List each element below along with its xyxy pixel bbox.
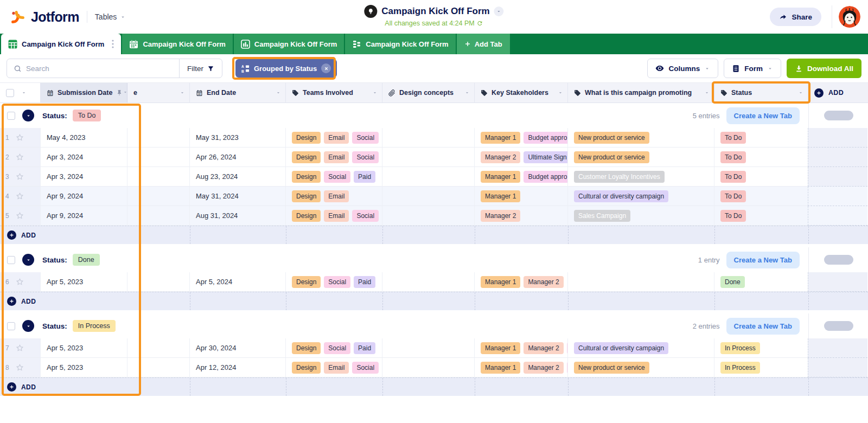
badge-social[interactable]: Social [352,362,379,374]
status-cell[interactable]: In Process [714,338,808,358]
user-avatar[interactable] [839,6,860,28]
badge-cultural-or-diversity-campaign[interactable]: Cultural or diversity campaign [574,342,668,354]
end-date-cell[interactable]: May 31, 2024 [190,187,286,206]
tab-campaign-kick-off-form[interactable]: Campaign Kick Off Form [122,34,232,54]
teams-involved-cell[interactable]: DesignSocialPaid [286,272,382,292]
table-row-1[interactable]: 1May 4, 2023May 31, 2023DesignEmailSocia… [0,128,868,148]
column-header-e[interactable]: e [127,83,190,103]
title-chevron-icon[interactable] [494,7,504,16]
tab-campaign-kick-off-form-active[interactable]: Campaign Kick Off Form [1,34,121,54]
add-entry-button[interactable]: ADD [0,292,190,310]
star-icon[interactable] [16,278,24,286]
badge-design[interactable]: Design [292,132,321,144]
form-button[interactable]: Form [724,59,781,78]
status-cell[interactable]: To Do [714,206,808,226]
design-concepts-cell[interactable] [382,358,475,377]
badge-manager-1[interactable]: Manager 1 [481,190,520,202]
star-icon[interactable] [16,211,24,220]
create-new-tab-button[interactable]: Create a New Tab [726,107,800,124]
end-date-cell[interactable]: Aug 23, 2024 [190,167,286,187]
column-header-design-concepts[interactable]: Design concepts [382,83,475,103]
badge-paid[interactable]: Paid [354,342,375,354]
star-icon[interactable] [16,133,24,142]
submission-date-cell[interactable]: Apr 9, 2024 [41,187,127,206]
promoting-cell[interactable]: Cultural or diversity campaign [568,187,714,206]
badge-manager-1[interactable]: Manager 1 [481,362,520,374]
badge-social[interactable]: Social [352,210,379,222]
design-concepts-cell[interactable] [382,338,475,358]
badge-design[interactable]: Design [292,171,321,183]
badge-manager-1[interactable]: Manager 1 [481,171,520,183]
column-header-status[interactable]: Status [714,83,808,103]
badge-new-product-or-service[interactable]: New product or service [574,132,649,144]
key-stakeholders-cell[interactable]: Manager 1Manager 2 [475,338,568,358]
tab-campaign-kick-off-form[interactable]: Campaign Kick Off Form [345,34,455,54]
teams-involved-cell[interactable]: DesignEmailSocial [286,358,382,377]
end-date-cell[interactable]: Apr 12, 2024 [190,358,286,377]
promoting-cell[interactable] [568,272,714,292]
group-checkbox[interactable] [7,112,15,120]
submission-date-cell[interactable]: Apr 5, 2023 [41,358,127,377]
truncated-column-cell[interactable] [127,358,190,377]
badge-social[interactable]: Social [324,342,350,354]
badge-design[interactable]: Design [292,342,321,354]
badge-email[interactable]: Email [324,362,349,374]
badge-email[interactable]: Email [324,210,349,222]
add-tab-button[interactable]: Add Tab [457,34,510,54]
badge-paid[interactable]: Paid [354,171,375,183]
chevron-down-icon[interactable] [180,90,185,95]
status-cell[interactable]: To Do [714,167,808,187]
design-concepts-cell[interactable] [382,206,475,226]
submission-date-cell[interactable]: May 4, 2023 [41,128,127,148]
badge-design[interactable]: Design [292,276,321,288]
chevron-down-icon[interactable] [798,90,803,95]
star-icon[interactable] [16,172,24,181]
badge-manager-1[interactable]: Manager 1 [481,342,520,354]
badge-email[interactable]: Email [324,190,349,202]
add-entry-button[interactable]: ADD [0,378,190,396]
badge-budget-appro[interactable]: Budget appro [524,171,568,183]
download-all-button[interactable]: Download All [787,59,861,78]
design-concepts-cell[interactable] [382,128,475,148]
badge-in-process[interactable]: In Process [720,362,760,374]
group-scroll-pill[interactable] [824,321,853,331]
submission-date-cell[interactable]: Apr 5, 2023 [41,338,127,358]
badge-customer-loyalty-incentives[interactable]: Customer Loyalty Incentives [574,171,665,183]
design-concepts-cell[interactable] [382,187,475,206]
column-header-submission-date[interactable]: 10Submission Date [41,83,127,103]
key-stakeholders-cell[interactable]: Manager 1Budget appro [475,167,568,187]
teams-involved-cell[interactable]: DesignEmail [286,187,382,206]
truncated-column-cell[interactable] [127,206,190,226]
submission-date-cell[interactable]: Apr 5, 2023 [41,272,127,292]
teams-involved-cell[interactable]: DesignEmailSocial [286,206,382,226]
badge-cultural-or-diversity-campaign[interactable]: Cultural or diversity campaign [574,190,668,202]
badge-email[interactable]: Email [324,151,349,163]
column-header-teams-involved[interactable]: Teams Involved [286,83,382,103]
badge-new-product-or-service[interactable]: New product or service [574,151,649,163]
collapse-group-button[interactable] [22,320,34,332]
search-input[interactable] [22,65,179,73]
star-icon[interactable] [16,344,24,352]
column-header-end-date[interactable]: 10End Date [190,83,286,103]
chevron-down-icon[interactable] [464,90,470,95]
design-concepts-cell[interactable] [382,167,475,187]
badge-manager-1[interactable]: Manager 1 [481,276,520,288]
badge-manager-2[interactable]: Manager 2 [481,151,520,163]
submission-date-cell[interactable]: Apr 3, 2024 [41,167,127,187]
status-cell[interactable]: Done [714,272,808,292]
badge-to-do[interactable]: To Do [720,132,746,144]
promoting-cell[interactable]: Cultural or diversity campaign [568,338,714,358]
columns-button[interactable]: Columns [647,59,718,78]
end-date-cell[interactable]: Apr 30, 2024 [190,338,286,358]
table-row-2[interactable]: 2Apr 3, 2024Apr 26, 2024DesignEmailSocia… [0,148,868,167]
status-cell[interactable]: To Do [714,148,808,167]
promoting-cell[interactable]: Sales Campaign [568,206,714,226]
badge-paid[interactable]: Paid [354,276,375,288]
badge-to-do[interactable]: To Do [720,151,746,163]
chevron-down-icon[interactable] [21,90,27,95]
table-row-8[interactable]: 8Apr 5, 2023Apr 12, 2024DesignEmailSocia… [0,358,868,377]
badge-social[interactable]: Social [324,276,350,288]
badge-to-do[interactable]: To Do [720,190,746,202]
badge-sales-campaign[interactable]: Sales Campaign [574,210,630,222]
teams-involved-cell[interactable]: DesignSocialPaid [286,338,382,358]
